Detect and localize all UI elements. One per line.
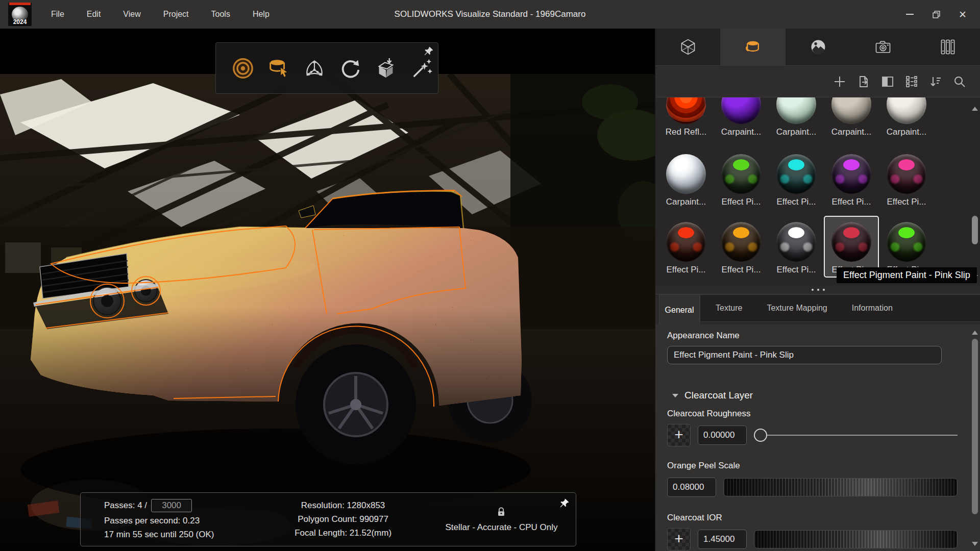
appearance-swatch[interactable]: Red Refl... [658,97,714,137]
tab-general[interactable]: General [659,294,700,325]
tab-appearances[interactable] [720,29,785,66]
titlebar: 2024 FileEditViewProjectToolsHelp SOLIDW… [0,0,980,29]
appearance-swatch[interactable]: Carpaint... [824,97,879,137]
rotate-icon [338,57,362,80]
tab-texture[interactable]: Texture [716,304,742,313]
search-icon [953,75,966,88]
pin-icon[interactable] [424,46,434,56]
render-scene [0,74,655,551]
viewport[interactable]: Passes: 4 / 3000 Passes per second: 0.23… [0,29,655,551]
restore-button[interactable] [923,0,949,29]
swatch-label: Carpaint... [666,197,706,207]
appearance-swatch[interactable]: Effect Pi... [658,222,714,278]
time-remaining: 17 min 55 sec until 250 (OK) [104,530,259,540]
swatch-label: Effect Pi... [831,197,871,207]
property-tabs: General TextureTexture MappingInformatio… [655,294,980,325]
environment-box-tool[interactable] [374,57,398,80]
split-view-button[interactable] [881,75,894,88]
export-button[interactable] [857,75,870,88]
appearance-swatch[interactable]: Carpaint... [658,154,714,207]
target-select-tool[interactable] [231,57,255,80]
appearance-swatch[interactable]: Carpaint... [769,97,824,137]
panel-splitter[interactable] [655,286,980,294]
magic-wand-tool[interactable] [410,57,433,80]
slider[interactable] [754,530,958,548]
app-logo[interactable]: 2024 [8,3,32,26]
logo-red-bar [9,3,31,5]
menu-item-edit[interactable]: Edit [76,0,112,29]
appearance-name-input[interactable] [667,346,942,364]
palette-scrollbar[interactable] [971,97,978,286]
scroll-down-icon[interactable] [972,542,978,546]
appearance-swatch[interactable]: Effect Pi... [879,154,934,207]
rotate-tool[interactable] [338,57,362,80]
value-input[interactable] [667,478,716,497]
add-icon [833,75,846,88]
value-input[interactable] [698,530,747,549]
field-label: Clearcoat Roughness [667,409,958,419]
appearance-swatch[interactable]: Carpaint... [714,97,769,137]
menu-item-view[interactable]: View [112,0,152,29]
models-cube-icon [679,38,697,56]
stats-scene-column: Resolution: 1280x853 Polygon Count: 9909… [259,493,427,546]
sort-button[interactable] [929,75,942,88]
swatch-label: Carpaint... [776,127,816,137]
swatch-sphere [831,97,871,124]
appearance-swatch[interactable]: Effect Pi... [824,154,879,207]
paint-apply-tool[interactable] [267,57,290,80]
focal-length: Focal Length: 21.52(mm) [295,528,391,538]
swatch-sphere [666,154,706,194]
appearance-swatch[interactable]: Carpaint... [879,97,934,137]
pivot-move-tool[interactable] [303,57,326,80]
add-appearance-button[interactable] [833,75,846,88]
minimize-button[interactable] [896,0,923,29]
scroll-up-icon[interactable] [972,331,978,335]
add-texture-button[interactable]: + [667,424,691,446]
tab-cameras[interactable] [850,29,915,66]
menu-item-project[interactable]: Project [152,0,200,29]
pin-icon[interactable] [559,498,570,508]
swatch-sphere [831,154,871,194]
resolution: Resolution: 1280x853 [301,500,385,511]
thumbnail-view-button[interactable] [905,75,918,88]
passes-total-field[interactable]: 3000 [151,499,192,512]
appearance-swatch[interactable]: Effect Pi... [769,222,824,278]
app-window: 2024 FileEditViewProjectToolsHelp SOLIDW… [0,0,980,551]
value-input[interactable] [698,425,747,445]
properties-panel: Appearance Name Clearcoat Layer Clearcoa… [655,324,980,551]
add-texture-button[interactable]: + [667,528,691,550]
tab-texture-mapping[interactable]: Texture Mapping [767,304,827,313]
search-button[interactable] [953,75,966,88]
lock-icon [496,507,507,518]
menu-item-help[interactable]: Help [241,0,281,29]
swatch-label: Red Refl... [666,127,706,137]
stats-progress-column: Passes: 4 / 3000 Passes per second: 0.23… [81,493,259,546]
appearance-swatch[interactable]: Effect Pi... [714,154,769,207]
palette-toolbar [655,66,980,97]
target-select-icon [231,57,255,80]
environment-box-icon [374,57,398,80]
menu-item-tools[interactable]: Tools [200,0,241,29]
swatch-label: Carpaint... [721,127,761,137]
slider[interactable] [754,429,958,442]
tab-information[interactable]: Information [852,304,893,313]
tab-models[interactable] [655,29,720,66]
clearcoat-section-title: Clearcoat Layer [684,390,753,401]
appearance-swatch[interactable]: Effect Pi... [769,154,824,207]
close-button[interactable]: ✕ [949,0,976,29]
tab-libraries[interactable] [916,29,980,66]
menu-item-file[interactable]: File [40,0,76,29]
swatch-sphere [666,222,706,262]
swatch-sphere [721,97,761,124]
scroll-up-icon[interactable] [972,107,978,111]
slider[interactable] [723,478,958,496]
swatch-label: Effect Pi... [666,265,705,275]
clearcoat-section-header[interactable]: Clearcoat Layer [667,390,958,401]
tab-environments[interactable] [786,29,850,66]
properties-scrollbar[interactable] [971,328,978,551]
magic-wand-icon [410,57,433,80]
appearance-swatch[interactable]: Effect Pi... [714,222,769,278]
swatch-sphere [666,97,706,124]
swatch-label: Carpaint... [831,127,871,137]
slider-handle[interactable] [754,429,767,442]
